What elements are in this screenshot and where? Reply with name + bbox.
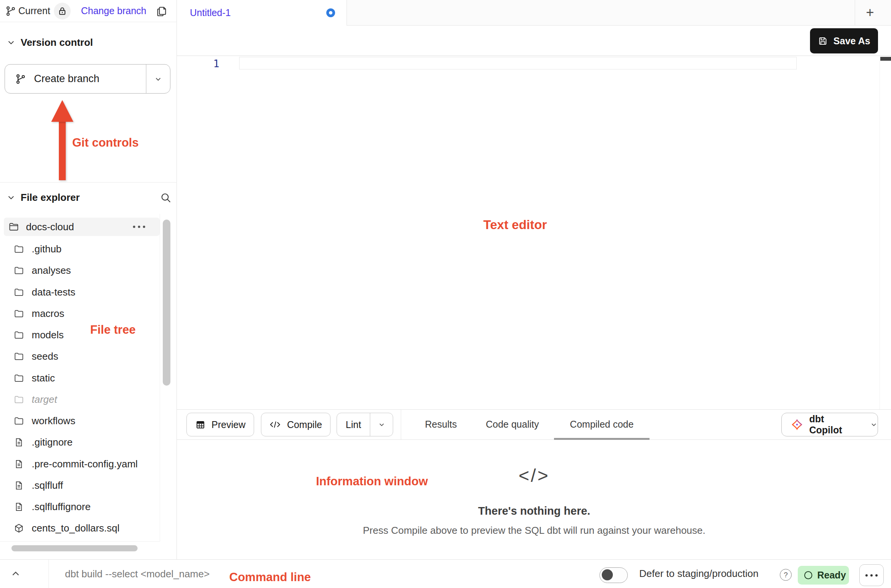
tab-untitled-1[interactable]: Untitled-1 (177, 0, 347, 26)
line-number: 1 (206, 58, 219, 69)
create-branch-label: Create branch (34, 73, 99, 85)
file-row[interactable]: seeds (14, 346, 155, 367)
unsaved-changes-dot (326, 8, 335, 17)
file-icon (14, 480, 24, 491)
code-glyph-icon: </> (518, 465, 549, 486)
panel-divider (401, 409, 401, 440)
tab-strip-divider (855, 0, 855, 26)
annotation-command-line: Command line (229, 570, 311, 584)
defer-label: Defer to staging/production (639, 559, 758, 588)
empty-state-subtitle: Press Compile above to preview the SQL d… (363, 525, 706, 536)
toggle-knob (602, 569, 613, 580)
file-name: .gitignore (32, 436, 73, 448)
file-tree-horizontal-scrollbar[interactable] (11, 545, 138, 551)
file-name: analyses (32, 265, 71, 276)
lint-dropdown[interactable] (370, 413, 393, 436)
file-icon (14, 459, 24, 469)
file-name: cents_to_dollars.sql (32, 522, 120, 534)
folder-icon (14, 351, 24, 362)
file-icon (14, 437, 24, 447)
save-as-button[interactable]: Save As (810, 28, 878, 53)
status-label: Ready (817, 570, 846, 581)
search-icon[interactable] (158, 190, 173, 205)
annotation-text-editor: Text editor (483, 218, 547, 232)
file-name: macros (32, 308, 64, 320)
sidebar: Current Change branch Version control (0, 0, 177, 559)
file-row[interactable]: target (14, 389, 155, 410)
tab-results[interactable]: Results (425, 409, 457, 439)
file-name: seeds (32, 351, 58, 362)
editor-scrollbar-thumb[interactable] (880, 57, 891, 61)
annotation-information-window: Information window (316, 475, 428, 488)
file-explorer-title: File explorer (21, 192, 80, 204)
folder-icon (14, 330, 24, 340)
expand-command-panel-icon[interactable] (10, 568, 21, 580)
file-row[interactable]: .sqlfluff (14, 475, 155, 496)
file-row[interactable]: workflows (14, 410, 155, 431)
git-topbar: Current Change branch (0, 0, 177, 22)
file-explorer-header[interactable]: File explorer (7, 189, 80, 206)
git-branch-icon (15, 73, 26, 85)
code-icon (269, 420, 281, 429)
file-row[interactable]: .github (14, 238, 155, 260)
git-branch-icon (5, 5, 16, 17)
file-row[interactable]: macros (14, 303, 155, 324)
chevron-down-icon (7, 193, 15, 202)
folder-icon (14, 287, 24, 297)
dbt-copilot-label: dbt Copilot (809, 414, 859, 436)
tab-compiled-code[interactable]: Compiled code (570, 409, 634, 439)
file-name: data-tests (32, 286, 75, 298)
editor-active-line[interactable] (239, 57, 797, 69)
file-row[interactable]: .gitignore (14, 431, 155, 453)
lint-button[interactable]: Lint (337, 413, 393, 436)
active-tab-underline (554, 438, 650, 440)
file-row[interactable]: data-tests (14, 281, 155, 303)
kebab-menu-icon[interactable] (133, 218, 145, 236)
version-control-header[interactable]: Version control (7, 34, 93, 51)
file-tree-vertical-scrollbar[interactable] (163, 220, 170, 386)
annotation-git-controls: Git controls (72, 136, 139, 150)
command-bar-divider (49, 560, 49, 588)
help-icon[interactable]: ? (780, 569, 792, 581)
status-badge: Ready (798, 566, 849, 585)
lint-label: Lint (337, 419, 370, 430)
file-name: .github (32, 243, 62, 255)
more-options-button[interactable] (859, 564, 884, 586)
file-row-root[interactable]: docs-cloud (4, 218, 160, 236)
create-branch-dropdown[interactable] (146, 65, 170, 93)
create-branch-button[interactable]: Create branch (5, 64, 170, 94)
chevron-down-icon (870, 421, 878, 428)
annotation-arrow-shaft (59, 121, 66, 180)
text-editor[interactable] (177, 57, 891, 409)
sidebar-divider (0, 182, 177, 183)
file-row[interactable]: .pre-commit-config.yaml (14, 453, 155, 475)
dbt-copilot-icon (791, 418, 803, 431)
dbt-copilot-button[interactable]: dbt Copilot (781, 413, 878, 436)
save-as-label: Save As (833, 36, 870, 47)
file-name: static (32, 372, 55, 384)
file-row[interactable]: .sqlfluffignore (14, 496, 155, 517)
file-name: .pre-commit-config.yaml (32, 458, 138, 470)
tab-code-quality[interactable]: Code quality (486, 409, 539, 439)
compile-button[interactable]: Compile (261, 413, 330, 436)
file-tree-edge (160, 214, 160, 541)
file-icon (14, 502, 24, 512)
file-row[interactable]: cents_to_dollars.sql (14, 517, 155, 539)
folder-icon (14, 416, 24, 426)
file-name: .sqlfluffignore (32, 501, 91, 513)
new-tab-button[interactable]: + (860, 3, 880, 22)
defer-toggle[interactable] (599, 567, 628, 583)
editor-toolbar (177, 26, 891, 56)
file-row[interactable]: analyses (14, 260, 155, 281)
annotation-file-tree: File tree (90, 323, 136, 337)
folder-icon (14, 265, 24, 276)
copy-icon[interactable] (156, 5, 168, 17)
file-name: .sqlfluff (32, 480, 63, 491)
file-name: docs-cloud (26, 221, 74, 233)
editor-scrollbar-track (880, 57, 880, 409)
preview-button[interactable]: Preview (186, 413, 254, 436)
annotation-arrow-head (51, 100, 73, 122)
file-row[interactable]: static (14, 367, 155, 389)
file-name: workflows (32, 415, 75, 427)
change-branch-link[interactable]: Change branch (81, 0, 146, 22)
